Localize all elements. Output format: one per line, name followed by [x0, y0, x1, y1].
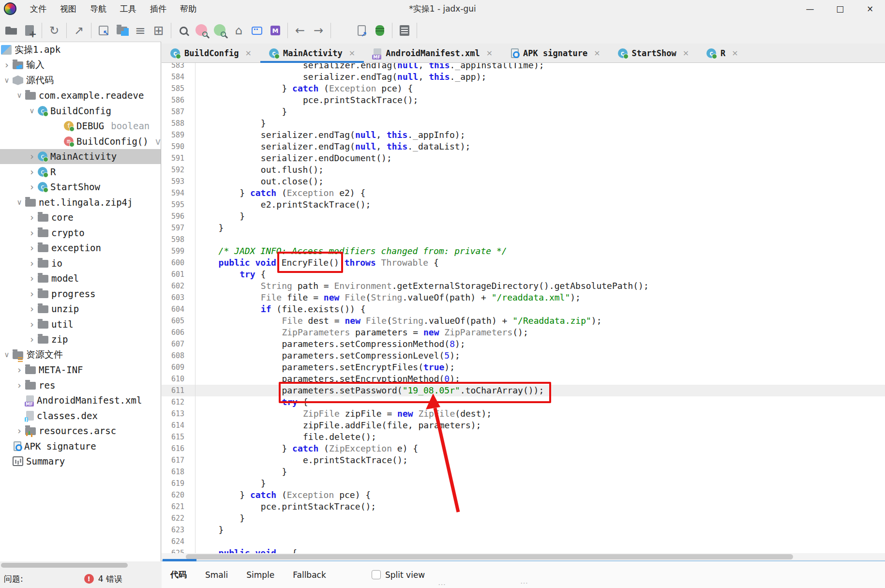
code-editor[interactable]: 583serializer.endTag(null, this._appInst…: [162, 63, 885, 553]
tree-item-BuildConfig-[interactable]: mBuildConfig()v: [0, 134, 161, 149]
tree-item-progress[interactable]: ›progress: [0, 286, 161, 302]
tree-item-exception[interactable]: ›exception: [0, 241, 161, 256]
close-icon[interactable]: ×: [855, 0, 885, 17]
menu-item-2[interactable]: 导航: [85, 1, 111, 16]
tree-item-资源文件[interactable]: ∨资源文件: [0, 347, 161, 362]
tree-item-res[interactable]: ›res: [0, 377, 161, 393]
tab-AndroidManifest.xml[interactable]: MFAndroidManifest.xml×: [364, 44, 501, 62]
chevron-right-icon[interactable]: ›: [26, 242, 38, 253]
tree-scrollbar-thumb[interactable]: [1, 563, 128, 568]
maximize-icon[interactable]: □: [825, 0, 855, 17]
bottom-tab-代码[interactable]: 代码: [168, 569, 189, 580]
chevron-right-icon[interactable]: ›: [26, 258, 38, 269]
editor-horizontal-scrollbar[interactable]: [162, 553, 885, 560]
tree-item-classes.dex[interactable]: Jclasses.dex: [0, 408, 161, 423]
tree-item-MainActivity[interactable]: ›cMainActivity: [0, 149, 161, 165]
tab-APK signature[interactable]: APK signature×: [501, 44, 609, 62]
preferences-icon[interactable]: [421, 22, 437, 39]
tab-MainActivity[interactable]: cMainActivity×: [260, 44, 364, 62]
chevron-down-icon[interactable]: ∨: [1, 76, 13, 85]
tree-item-DEBUG[interactable]: fDEBUGboolean: [0, 119, 161, 134]
minimize-icon[interactable]: —: [795, 0, 825, 17]
tree-item-APK-signature[interactable]: APK signature: [0, 438, 161, 454]
tree-item-zip[interactable]: ›zip: [0, 332, 161, 347]
tree-item-META-INF[interactable]: ›META-INF: [0, 362, 161, 378]
tree-item-BuildConfig[interactable]: ∨cBuildConfig: [0, 103, 161, 119]
split-view-option[interactable]: Split view: [372, 570, 425, 580]
menu-item-0[interactable]: 文件: [25, 1, 51, 16]
tab-R[interactable]: cR×: [698, 44, 747, 62]
home-icon[interactable]: ⌂: [230, 22, 247, 39]
chevron-right-icon[interactable]: ›: [14, 425, 25, 436]
menu-item-3[interactable]: 工具: [115, 1, 141, 16]
bottom-tab-Simple[interactable]: Simple: [244, 570, 276, 580]
tree-item-StartShow[interactable]: ›cStartShow: [0, 180, 161, 195]
tree-item-model[interactable]: ›model: [0, 271, 161, 286]
chevron-right-icon[interactable]: ›: [26, 151, 38, 162]
back-icon[interactable]: ←: [292, 22, 308, 39]
deobfuscation-icon[interactable]: [335, 22, 351, 39]
chevron-right-icon[interactable]: ›: [26, 273, 38, 284]
chevron-right-icon[interactable]: ›: [14, 364, 25, 375]
search-icon[interactable]: [175, 22, 192, 39]
export-icon[interactable]: ↗: [71, 22, 87, 39]
window-icon[interactable]: [249, 22, 265, 39]
tab-StartShow[interactable]: cStartShow×: [609, 44, 698, 62]
chevron-right-icon[interactable]: ›: [26, 227, 38, 238]
tree-item-输入[interactable]: ›输入: [0, 58, 161, 73]
device-icon[interactable]: [353, 22, 370, 39]
error-count[interactable]: 4 错误: [98, 573, 122, 585]
tree-item-unzip[interactable]: ›unzip: [0, 302, 161, 317]
tree-item-util[interactable]: ›util: [0, 317, 161, 332]
chevron-down-icon[interactable]: ∨: [14, 91, 25, 100]
menu-item-5[interactable]: 帮助: [175, 1, 201, 16]
scrollbar-thumb[interactable]: [186, 554, 793, 559]
tree-item-io[interactable]: ›io: [0, 256, 161, 271]
tab-close-icon[interactable]: ×: [683, 48, 689, 58]
tree-item-core[interactable]: ›core: [0, 210, 161, 226]
table-view-icon[interactable]: ⊞: [150, 22, 167, 39]
bottom-tab-Fallback[interactable]: Fallback: [291, 570, 328, 580]
tree-item-crypto[interactable]: ›crypto: [0, 225, 161, 241]
tree-item-R[interactable]: ›cR: [0, 164, 161, 180]
tree-item-源代码[interactable]: ∨源代码: [0, 73, 161, 88]
menu-item-1[interactable]: 视图: [55, 1, 81, 16]
tree-item-实操1.apk[interactable]: 实操1.apk: [0, 42, 161, 58]
tab-BuildConfig[interactable]: cBuildConfig×: [162, 44, 260, 62]
main-activity-icon[interactable]: M: [267, 22, 284, 39]
tree-item-resources.arsc[interactable]: ›resources.arsc: [0, 423, 161, 439]
list-view-icon[interactable]: ≡: [132, 22, 149, 39]
class-search-icon[interactable]: [194, 22, 210, 39]
tree-horizontal-scrollbar[interactable]: [0, 562, 161, 569]
split-view-checkbox[interactable]: [372, 570, 381, 579]
add-files-icon[interactable]: [21, 22, 38, 39]
comment-search-icon[interactable]: [212, 22, 228, 39]
tab-close-icon[interactable]: ×: [732, 48, 738, 58]
log-icon[interactable]: [396, 22, 413, 39]
chevron-right-icon[interactable]: ›: [14, 380, 25, 391]
chevron-right-icon[interactable]: ›: [26, 319, 38, 330]
chevron-right-icon[interactable]: ›: [26, 334, 38, 345]
flat-packages-icon[interactable]: [95, 22, 112, 39]
debugger-icon[interactable]: [372, 22, 388, 39]
tree-item-Summary[interactable]: Summary: [0, 454, 161, 469]
chevron-right-icon[interactable]: ›: [26, 212, 38, 223]
tab-close-icon[interactable]: ×: [594, 48, 600, 58]
tree-item-AndroidManifest.xml[interactable]: MFAndroidManifest.xml: [0, 393, 161, 408]
tab-close-icon[interactable]: ×: [245, 48, 252, 58]
tree-item-net.lingala.zip4j[interactable]: ∨net.lingala.zip4j: [0, 195, 161, 210]
chevron-down-icon[interactable]: ∨: [14, 198, 25, 207]
bottom-tab-Smali[interactable]: Smali: [203, 570, 230, 580]
open-file-icon[interactable]: [3, 22, 19, 39]
chevron-right-icon[interactable]: ›: [26, 166, 38, 177]
tree-item-com.example.readeve[interactable]: ∨com.example.readeve: [0, 88, 161, 104]
chevron-down-icon[interactable]: ∨: [1, 350, 13, 359]
tab-close-icon[interactable]: ×: [349, 48, 355, 58]
chevron-right-icon[interactable]: ›: [26, 181, 38, 192]
chevron-right-icon[interactable]: ›: [1, 60, 13, 70]
chevron-right-icon[interactable]: ›: [26, 288, 38, 299]
reload-icon[interactable]: ↻: [46, 22, 62, 39]
chevron-right-icon[interactable]: ›: [26, 303, 38, 314]
tab-close-icon[interactable]: ×: [486, 48, 493, 58]
chevron-down-icon[interactable]: ∨: [26, 106, 38, 115]
